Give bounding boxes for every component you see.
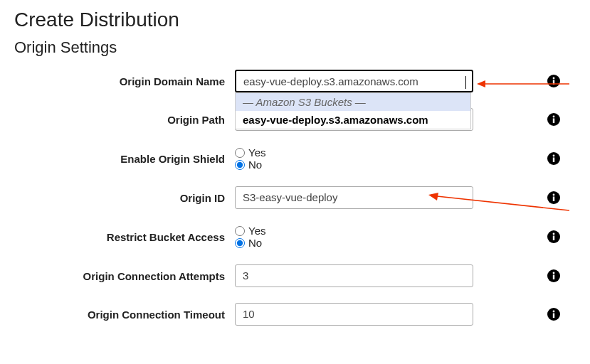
info-icon[interactable] xyxy=(547,191,560,204)
svg-point-13 xyxy=(553,194,555,196)
autocomplete-dropdown: — Amazon S3 Buckets — easy-vue-deploy.s3… xyxy=(235,92,471,129)
row-origin-domain-name: Origin Domain Name easy-vue-deploy.s3.am… xyxy=(14,70,576,92)
svg-rect-20 xyxy=(553,275,554,280)
radio-label: No xyxy=(248,237,262,249)
label-origin-connection-timeout: Origin Connection Timeout xyxy=(14,309,235,321)
radio-label: No xyxy=(248,159,262,171)
label-origin-path: Origin Path xyxy=(14,114,235,126)
row-enable-origin-shield: Enable Origin Shield Yes No xyxy=(14,146,576,171)
svg-point-18 xyxy=(553,233,555,235)
label-enable-origin-shield: Enable Origin Shield xyxy=(14,153,235,165)
svg-point-7 xyxy=(553,116,555,118)
origin-shield-no[interactable]: No xyxy=(235,159,473,171)
svg-rect-17 xyxy=(553,236,554,241)
input-value: 10 xyxy=(243,308,255,320)
text-caret xyxy=(465,76,466,89)
autocomplete-option[interactable]: easy-vue-deploy.s3.amazonaws.com xyxy=(236,111,470,129)
radio-label: Yes xyxy=(248,225,265,237)
autocomplete-heading: — Amazon S3 Buckets — xyxy=(236,93,470,111)
info-icon[interactable] xyxy=(547,269,560,282)
radio-label: Yes xyxy=(248,146,265,159)
info-icon[interactable] xyxy=(547,75,560,87)
svg-rect-9 xyxy=(553,158,554,163)
section-title: Origin Settings xyxy=(14,38,576,57)
label-origin-domain-name: Origin Domain Name xyxy=(14,75,235,87)
svg-point-24 xyxy=(553,311,555,313)
svg-marker-4 xyxy=(477,80,485,87)
info-icon[interactable] xyxy=(547,230,560,243)
origin-id-input[interactable]: S3-easy-vue-deploy xyxy=(235,186,473,209)
row-restrict-bucket-access: Restrict Bucket Access Yes No xyxy=(14,225,576,249)
info-icon[interactable] xyxy=(547,152,560,165)
label-restrict-bucket-access: Restrict Bucket Access xyxy=(14,231,235,243)
input-value: 3 xyxy=(243,269,248,282)
input-value: easy-vue-deploy.s3.amazonaws.com xyxy=(243,75,418,87)
origin-domain-name-input[interactable]: easy-vue-deploy.s3.amazonaws.com xyxy=(235,70,473,92)
svg-point-10 xyxy=(553,155,555,157)
origin-connection-attempts-input[interactable]: 3 xyxy=(235,264,473,287)
svg-rect-6 xyxy=(553,119,554,124)
info-icon[interactable] xyxy=(547,308,560,321)
origin-connection-timeout-input[interactable]: 10 xyxy=(235,303,473,326)
svg-point-2 xyxy=(553,77,555,80)
origin-shield-yes[interactable]: Yes xyxy=(235,146,473,159)
svg-rect-1 xyxy=(553,80,554,85)
svg-rect-12 xyxy=(553,197,554,202)
row-origin-id: Origin ID S3-easy-vue-deploy xyxy=(14,186,576,209)
row-origin-connection-attempts: Origin Connection Attempts 3 xyxy=(14,264,576,287)
restrict-bucket-no[interactable]: No xyxy=(235,237,473,249)
page-title: Create Distribution xyxy=(14,9,576,31)
input-value: S3-easy-vue-deploy xyxy=(243,191,337,203)
label-origin-id: Origin ID xyxy=(14,192,235,204)
info-icon[interactable] xyxy=(547,113,560,126)
svg-rect-23 xyxy=(553,314,554,318)
restrict-bucket-yes[interactable]: Yes xyxy=(235,225,473,237)
row-origin-connection-timeout: Origin Connection Timeout 10 xyxy=(14,303,576,326)
svg-point-21 xyxy=(553,272,555,274)
label-origin-connection-attempts: Origin Connection Attempts xyxy=(14,270,235,282)
